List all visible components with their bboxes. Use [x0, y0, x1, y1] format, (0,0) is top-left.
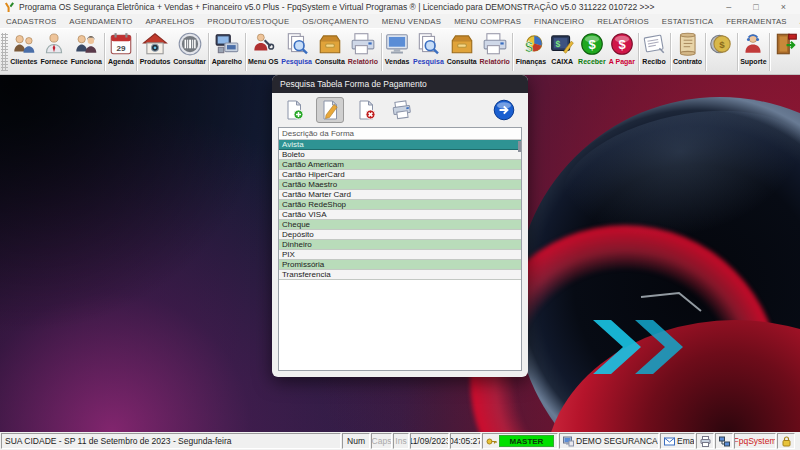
status-printer-button[interactable]	[696, 433, 714, 449]
menu-estatistica[interactable]: ESTATISTICA	[662, 17, 713, 26]
blue-arrow-right-icon	[493, 99, 515, 121]
list-item[interactable]: Cartão RedeShop	[279, 200, 521, 210]
toolbar-button-caixa[interactable]: $ CAIXA	[548, 30, 577, 74]
maximize-button[interactable]: □	[753, 2, 758, 12]
status-network-button[interactable]	[715, 433, 733, 449]
toolbar-button-menu-os[interactable]: Menu OS	[247, 30, 280, 74]
toolbar-button-consultar[interactable]: Consultar	[172, 30, 207, 74]
add-record-button[interactable]	[280, 97, 308, 123]
toolbar-button-fornece[interactable]: Fornece	[39, 30, 69, 74]
toolbar-grip	[1, 33, 8, 71]
status-email-text: Email	[677, 436, 695, 446]
toolbar-label: Fornece	[41, 58, 68, 65]
exit-door-icon	[773, 31, 799, 57]
toolbar-separator	[136, 33, 137, 71]
toolbar-label: Produtos	[140, 58, 171, 65]
toolbar-label: Relatório	[480, 58, 510, 65]
menu-financeiro[interactable]: FINANCEIRO	[534, 17, 584, 26]
menu-relatorios[interactable]: RELATÓRIOS	[597, 17, 649, 26]
toolbar-separator	[104, 33, 105, 71]
toolbar-button-pesquisa-vendas[interactable]: Pesquisa	[412, 30, 446, 74]
main-toolbar: Clientes Fornece Funciona 29 Agenda Prod…	[0, 28, 800, 75]
menu-cadastros[interactable]: CADASTROS	[6, 17, 56, 26]
toolbar-button-produtos[interactable]: Produtos	[138, 30, 172, 74]
finance-pie-icon: $	[518, 31, 544, 57]
menu-aparelhos[interactable]: APARELHOS	[145, 17, 194, 26]
menu-menu-compras[interactable]: MENU COMPRAS	[454, 17, 521, 26]
list-item[interactable]: Cartão Maestro	[279, 180, 521, 190]
advance-button[interactable]	[490, 97, 518, 123]
toolbar-button-relatorio-vendas[interactable]: Relatório	[478, 30, 511, 74]
status-brand-text: FpqSystem	[734, 436, 776, 446]
status-bar: SUA CIDADE - SP 11 de Setembro de 2023 -…	[0, 432, 800, 450]
menu-agendamento[interactable]: AGENDAMENTO	[69, 17, 132, 26]
status-email-button[interactable]: Email	[660, 433, 695, 449]
toolbar-button-consulta-vendas[interactable]: Consulta	[445, 30, 478, 74]
menu-menu-vendas[interactable]: MENU VENDAS	[382, 17, 441, 26]
dialog-title-bar[interactable]: Pesquisa Tabela Forma de Pagamento	[272, 75, 528, 93]
toolbar-button-financas[interactable]: $ Finanças	[514, 30, 547, 74]
list-item[interactable]: Depósito	[279, 230, 521, 240]
list-item[interactable]: Dinheiro	[279, 240, 521, 250]
toolbar-label: Finanças	[516, 58, 546, 65]
close-button[interactable]: ×	[781, 2, 786, 12]
toolbar-label: Consulta	[447, 58, 477, 65]
drawer-icon	[449, 31, 475, 57]
list-item[interactable]: PIX	[279, 250, 521, 260]
toolbar-label: Vendas	[385, 58, 410, 65]
toolbar-separator	[381, 33, 382, 71]
toolbar-label: Suporte	[740, 58, 766, 65]
menu-ferramentas[interactable]: FERRAMENTAS	[726, 17, 787, 26]
minimize-button[interactable]: –	[726, 2, 731, 12]
toolbar-button-agenda[interactable]: 29 Agenda	[106, 30, 135, 74]
toolbar-button-a-pagar[interactable]: $ A Pagar	[607, 30, 636, 74]
svg-text:$: $	[556, 39, 561, 49]
list-item[interactable]: Cartão Marter Card	[279, 190, 521, 200]
edit-record-button[interactable]	[316, 97, 344, 123]
toolbar-button-pesquisa-os[interactable]: Pesquisa	[280, 30, 314, 74]
status-company-text: DEMO SEGURANCA 5.0	[576, 436, 659, 446]
print-button[interactable]	[388, 97, 416, 123]
list-item-selected[interactable]: Avista	[279, 140, 521, 150]
sales-monitor-icon	[384, 31, 410, 57]
menu-produto-estoque[interactable]: PRODUTO/ESTOQUE	[207, 17, 289, 26]
status-brand[interactable]: FpqSystem	[734, 433, 776, 449]
toolbar-button-aparelho[interactable]: Aparelho	[210, 30, 243, 74]
toolbar-label: Agenda	[108, 58, 134, 65]
list-item[interactable]: Boleto	[279, 150, 521, 160]
svg-text:$: $	[618, 37, 626, 52]
list-item[interactable]: Transferencia	[279, 270, 521, 280]
key-icon	[486, 436, 497, 447]
toolbar-label: Recibo	[642, 58, 665, 65]
toolbar-button-vendas[interactable]: Vendas	[383, 30, 412, 74]
delete-record-button[interactable]	[352, 97, 380, 123]
printer-icon	[391, 99, 413, 121]
list-item[interactable]: Cartão HiperCard	[279, 170, 521, 180]
toolbar-button-consulta-os[interactable]: Consulta	[313, 30, 346, 74]
list-item[interactable]: Cheque	[279, 220, 521, 230]
toolbar-button-exit[interactable]	[771, 30, 800, 74]
toolbar-button-suporte[interactable]: Suporte	[739, 30, 769, 74]
title-bar: Programa OS Segurança Eletrônica + Venda…	[0, 0, 800, 14]
list-item[interactable]: Promissória	[279, 260, 521, 270]
list-item[interactable]: Cartão Americam	[279, 160, 521, 170]
toolbar-button-relatorio-os[interactable]: Relatório	[346, 30, 379, 74]
toolbar-label: Clientes	[10, 58, 37, 65]
menu-os-orcamento[interactable]: OS/ORÇAMENTO	[302, 17, 368, 26]
toolbar-button-coin[interactable]: $	[707, 30, 736, 74]
toolbar-button-contrato[interactable]: Contrato	[672, 30, 704, 74]
status-lock-button[interactable]	[777, 433, 795, 449]
computer-icon	[563, 436, 574, 447]
list-item[interactable]: Cartão VISA	[279, 210, 521, 220]
list-scrollbar-thumb[interactable]	[518, 141, 521, 152]
report-printer-icon	[482, 31, 508, 57]
toolbar-button-clientes[interactable]: Clientes	[9, 30, 39, 74]
toolbar-button-funciona[interactable]: Funciona	[69, 30, 103, 74]
dialog-toolbar	[272, 93, 528, 126]
toolbar-button-receber[interactable]: $ Receber	[577, 30, 608, 74]
status-location: SUA CIDADE - SP 11 de Setembro de 2023 -…	[1, 433, 341, 449]
pay-dollar-icon: $	[609, 31, 635, 57]
toolbar-button-recibo[interactable]: Recibo	[639, 30, 668, 74]
svg-text:$: $	[525, 39, 533, 55]
toolbar-label: A Pagar	[609, 58, 635, 65]
